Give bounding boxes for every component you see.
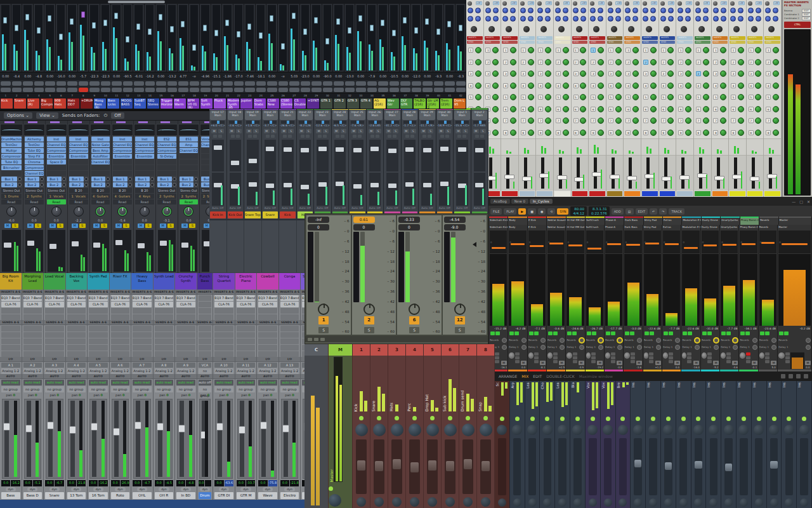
track-name-tag[interactable]: MOOG BASS: [121, 98, 133, 109]
pan-knob[interactable]: [586, 352, 591, 359]
send-slot-empty[interactable]: [237, 326, 256, 331]
pan-slider[interactable]: [229, 121, 242, 124]
fader-track[interactable]: [317, 173, 329, 206]
send-number[interactable]: 4: [521, 83, 526, 88]
fader-track[interactable]: [346, 5, 354, 70]
send-level-knob[interactable]: [528, 70, 534, 77]
fader-track[interactable]: [23, 5, 32, 70]
track-number[interactable]: 7: [459, 344, 476, 356]
send-level-knob[interactable]: [615, 106, 622, 112]
send-number[interactable]: 2: [521, 60, 526, 65]
fader-handle[interactable]: [292, 13, 296, 19]
insert-slot-empty[interactable]: [176, 314, 195, 320]
send-level-knob[interactable]: [667, 117, 674, 124]
fx-button[interactable]: [573, 356, 577, 359]
pan-knob[interactable]: [391, 424, 403, 436]
volume-bar[interactable]: [792, 358, 802, 369]
send-number[interactable]: 7: [643, 118, 648, 123]
send-slot-empty[interactable]: [237, 345, 256, 351]
send-knob[interactable]: [752, 345, 757, 350]
send-number[interactable]: 4: [678, 83, 683, 88]
send-slot-empty[interactable]: [199, 338, 212, 344]
fader-handle[interactable]: [370, 147, 379, 151]
automation-mode[interactable]: auto read: [89, 380, 108, 385]
fx-enabled-dot[interactable]: [664, 331, 668, 335]
send-level-knob[interactable]: [563, 106, 569, 112]
send-level-knob[interactable]: [545, 59, 551, 65]
mute-button[interactable]: M: [617, 361, 622, 365]
fader-handle[interactable]: [216, 423, 223, 431]
fader-track[interactable]: [212, 140, 224, 171]
send-number[interactable]: 8: [643, 130, 648, 135]
fx-enabled-dot[interactable]: [779, 331, 783, 335]
project-tab-active[interactable]: In_Cycles: [530, 199, 553, 204]
send-level-knob[interactable]: [703, 47, 709, 53]
track-color-tag[interactable]: Riser FX: [110, 273, 131, 290]
lf-knob[interactable]: [540, 26, 547, 32]
monitor-button[interactable]: [288, 135, 292, 138]
automation-read-button[interactable]: Read: [69, 199, 88, 204]
track-name-tag[interactable]: FM Warm: [174, 98, 186, 109]
send-level-knob[interactable]: [632, 59, 639, 65]
send-knob[interactable]: [733, 338, 738, 343]
send-number[interactable]: 1: [538, 48, 543, 53]
send-level-knob[interactable]: [685, 94, 691, 100]
pan-knob[interactable]: [162, 206, 172, 217]
stereo-knob[interactable]: [755, 498, 763, 507]
automation-mode[interactable]: Auto: Off: [349, 206, 366, 211]
fx-enabled-dot[interactable]: [553, 331, 558, 335]
fader-track[interactable]: [752, 157, 755, 189]
fader-track[interactable]: [284, 401, 288, 477]
group-assign[interactable]: no group: [89, 386, 108, 392]
send-number[interactable]: 5: [591, 95, 596, 100]
track-name-tag[interactable]: Kick: [1, 98, 13, 109]
pan-knob[interactable]: [709, 425, 719, 435]
send-knob[interactable]: [617, 338, 622, 343]
send-level-knob[interactable]: [545, 106, 551, 112]
enable-led[interactable]: [591, 417, 595, 421]
send-level-knob[interactable]: [492, 83, 499, 89]
route-button[interactable]: [553, 352, 558, 356]
audio-fx-slot-empty[interactable]: [201, 148, 209, 153]
enable-led[interactable]: [787, 417, 791, 421]
send-level-knob[interactable]: [510, 94, 516, 100]
fx-enabled-dot[interactable]: [702, 331, 707, 335]
send-level-knob[interactable]: [650, 59, 657, 65]
fader-handle[interactable]: [134, 422, 141, 429]
send-knob[interactable]: [637, 345, 642, 350]
send-level-knob[interactable]: [738, 106, 744, 112]
track-color-tag[interactable]: Morphing Lead: [22, 273, 44, 290]
group-assign[interactable]: no group: [23, 386, 43, 392]
send-number[interactable]: 1: [503, 48, 508, 53]
solo-button[interactable]: [145, 88, 155, 92]
fader-track[interactable]: [180, 230, 197, 272]
send-number[interactable]: 1: [643, 48, 648, 53]
send-number[interactable]: 4: [625, 83, 631, 88]
eq-knob[interactable]: [643, 8, 648, 13]
send-level-knob[interactable]: [738, 117, 744, 124]
track-name-tag[interactable]: 909 Hats: [54, 98, 66, 109]
track-tab[interactable]: Dark Bass: [624, 217, 643, 225]
fader-handle[interactable]: [725, 464, 732, 471]
mute-button[interactable]: [422, 81, 433, 86]
insert-slot-empty[interactable]: [89, 308, 108, 314]
eq-knob[interactable]: [545, 16, 551, 22]
enable-led[interactable]: [757, 417, 761, 421]
send-level-knob[interactable]: [563, 130, 569, 136]
solo-button[interactable]: S: [306, 129, 311, 133]
send-level-knob[interactable]: [773, 70, 779, 77]
eq-knob[interactable]: [730, 16, 736, 22]
fader-handle[interactable]: [403, 17, 407, 23]
track-name-tag[interactable]: Hats DD7: [67, 98, 79, 109]
mute-button[interactable]: [256, 81, 266, 86]
fader-track[interactable]: [589, 438, 597, 495]
fader-track[interactable]: [619, 438, 627, 495]
fader-track[interactable]: [474, 173, 486, 206]
send-knob[interactable]: [806, 345, 811, 350]
mute-button[interactable]: M: [597, 361, 603, 365]
audio-fx-slot-empty[interactable]: [69, 165, 88, 170]
track-name-tag[interactable]: Dom Stabs: [254, 98, 266, 109]
enable-led[interactable]: [696, 417, 700, 421]
mute-button[interactable]: M: [316, 129, 322, 133]
fader-handle[interactable]: [192, 44, 196, 51]
